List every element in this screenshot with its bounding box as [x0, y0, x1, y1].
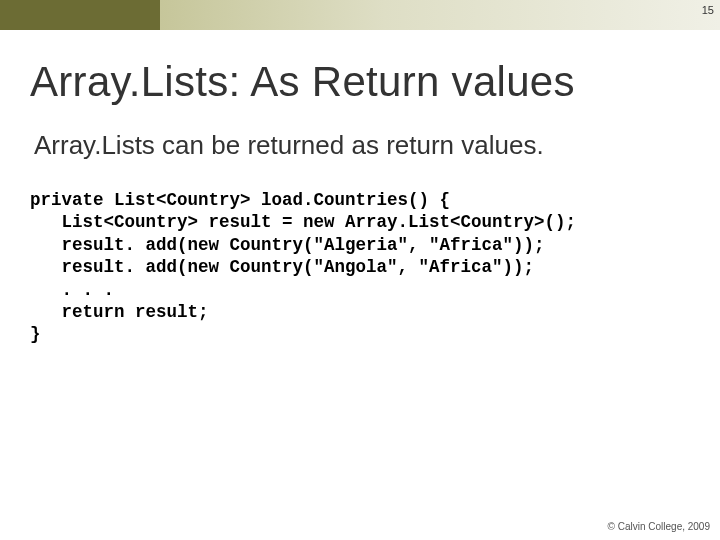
- band-right: 15: [160, 0, 720, 30]
- code-line: List<Country> result = new Array.List<Co…: [30, 212, 576, 232]
- code-line: . . .: [30, 280, 114, 300]
- code-block: private List<Country> load.Countries() {…: [0, 185, 720, 346]
- code-line: result. add(new Country("Algeria", "Afri…: [30, 235, 545, 255]
- footer-copyright: © Calvin College, 2009: [608, 521, 710, 532]
- code-line: return result;: [30, 302, 209, 322]
- top-band: 15: [0, 0, 720, 30]
- slide-subtitle: Array.Lists can be returned as return va…: [0, 130, 720, 185]
- code-line: }: [30, 324, 41, 344]
- code-line: private List<Country> load.Countries() {: [30, 190, 450, 210]
- code-line: result. add(new Country("Angola", "Afric…: [30, 257, 534, 277]
- slide-title: Array.Lists: As Return values: [0, 30, 720, 130]
- band-left: [0, 0, 160, 30]
- slide-number: 15: [702, 4, 714, 16]
